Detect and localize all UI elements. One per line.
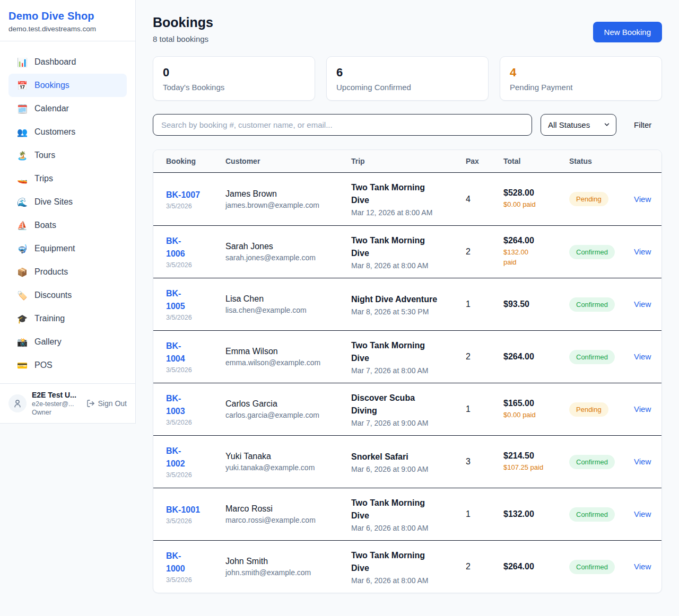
booking-id-link[interactable]: BK- 1005 bbox=[166, 287, 225, 313]
booking-id-link[interactable]: BK-1001 bbox=[166, 504, 225, 516]
nav-item-icon: ⛵ bbox=[17, 221, 28, 231]
trip-name: Two Tank Morning Dive bbox=[351, 339, 466, 365]
table-row: BK-1007 3/5/2026 James Brown james.brown… bbox=[153, 173, 661, 225]
table-body: BK-1007 3/5/2026 James Brown james.brown… bbox=[153, 173, 661, 593]
sidebar-item-dive-sites[interactable]: 🌊 Dive Sites bbox=[8, 190, 127, 214]
booking-date: 3/5/2026 bbox=[166, 517, 225, 525]
booking-cell: BK- 1004 3/5/2026 bbox=[166, 340, 225, 374]
nav-item-icon: 📊 bbox=[17, 57, 28, 67]
page-header: Bookings 8 total bookings New Booking bbox=[153, 15, 662, 43]
nav-item-icon: 🚤 bbox=[17, 174, 28, 184]
nav-item-label: Gallery bbox=[34, 337, 62, 347]
actions-cell: View bbox=[634, 509, 651, 519]
status-cell: Confirmed bbox=[569, 245, 634, 259]
bookings-table: Booking Customer Trip Pax Total Status B… bbox=[153, 149, 662, 593]
paid-amount: $132.00 paid bbox=[503, 248, 569, 268]
column-header-pax: Pax bbox=[466, 157, 503, 165]
trip-date: Mar 6, 2026 at 9:00 AM bbox=[351, 465, 466, 473]
nav-item-label: Dive Sites bbox=[34, 197, 73, 207]
new-booking-button[interactable]: New Booking bbox=[593, 22, 662, 42]
status-filter-select[interactable]: All Statuses bbox=[541, 114, 616, 136]
column-header-booking: Booking bbox=[166, 157, 225, 165]
sidebar-item-trips[interactable]: 🚤 Trips bbox=[8, 167, 127, 190]
view-link[interactable]: View bbox=[634, 457, 651, 466]
nav-item-icon: 📦 bbox=[17, 267, 28, 277]
nav-item-icon: 🏝️ bbox=[17, 151, 28, 161]
total-cell: $264.00 bbox=[503, 562, 569, 571]
filter-row: All Statuses Filter bbox=[153, 114, 662, 136]
total-cell: $264.00 $132.00 paid bbox=[503, 236, 569, 268]
booking-id-link[interactable]: BK- 1003 bbox=[166, 392, 225, 418]
pax-cell: 3 bbox=[466, 457, 503, 467]
sidebar-item-customers[interactable]: 👥 Customers bbox=[8, 120, 127, 144]
trip-name: Two Tank Morning Dive bbox=[351, 549, 466, 575]
search-input[interactable] bbox=[153, 114, 532, 136]
customer-cell: John Smith john.smith@example.com bbox=[225, 557, 351, 577]
trip-date: Mar 8, 2026 at 5:30 PM bbox=[351, 307, 466, 316]
total-amount: $165.00 bbox=[503, 399, 569, 408]
column-header-total: Total bbox=[503, 157, 569, 165]
paid-amount: $0.00 paid bbox=[503, 200, 569, 210]
total-cell: $132.00 bbox=[503, 509, 569, 519]
table-row: BK- 1003 3/5/2026 Carlos Garcia carlos.g… bbox=[153, 383, 661, 435]
nav-item-icon: 📅 bbox=[17, 81, 28, 91]
nav-item-label: Tours bbox=[34, 151, 55, 160]
booking-id-link[interactable]: BK- 1000 bbox=[166, 550, 225, 575]
total-amount: $264.00 bbox=[503, 236, 569, 245]
view-link[interactable]: View bbox=[634, 404, 651, 413]
view-link[interactable]: View bbox=[634, 352, 651, 361]
view-link[interactable]: View bbox=[634, 562, 651, 571]
nav-item-label: Products bbox=[34, 267, 68, 277]
sidebar-item-pos[interactable]: 💳 POS bbox=[8, 354, 127, 377]
customer-name: John Smith bbox=[225, 557, 351, 566]
view-link[interactable]: View bbox=[634, 195, 651, 204]
column-header-trip: Trip bbox=[351, 157, 466, 165]
table-row: BK- 1000 3/5/2026 John Smith john.smith@… bbox=[153, 540, 661, 593]
booking-id-link[interactable]: BK- 1006 bbox=[166, 235, 225, 260]
sidebar-item-products[interactable]: 📦 Products bbox=[8, 260, 127, 284]
trip-cell: Two Tank Morning Dive Mar 7, 2026 at 8:0… bbox=[351, 339, 466, 375]
nav-item-label: Trips bbox=[34, 174, 53, 183]
actions-cell: View bbox=[634, 247, 651, 257]
booking-date: 3/5/2026 bbox=[166, 419, 225, 426]
sidebar-item-tours[interactable]: 🏝️ Tours bbox=[8, 144, 127, 167]
booking-date: 3/5/2026 bbox=[166, 471, 225, 479]
booking-cell: BK-1001 3/5/2026 bbox=[166, 504, 225, 525]
sign-out-button[interactable]: Sign Out bbox=[86, 399, 127, 408]
sidebar-item-gallery[interactable]: 📸 Gallery bbox=[8, 330, 127, 354]
stat-card: 4 Pending Payment bbox=[500, 56, 662, 101]
nav-item-label: Bookings bbox=[34, 81, 69, 90]
trip-cell: Two Tank Morning Dive Mar 6, 2026 at 8:0… bbox=[351, 497, 466, 532]
total-cell: $93.50 bbox=[503, 300, 569, 309]
view-link[interactable]: View bbox=[634, 509, 651, 518]
status-cell: Confirmed bbox=[569, 297, 634, 312]
view-link[interactable]: View bbox=[634, 247, 651, 256]
booking-id-link[interactable]: BK-1007 bbox=[166, 189, 225, 201]
table-row: BK- 1005 3/5/2026 Lisa Chen lisa.chen@ex… bbox=[153, 278, 661, 330]
sidebar-item-calendar[interactable]: 🗓️ Calendar bbox=[8, 97, 127, 120]
table-header-row: Booking Customer Trip Pax Total Status bbox=[153, 150, 661, 173]
booking-date: 3/5/2026 bbox=[166, 203, 225, 210]
total-amount: $528.00 bbox=[503, 188, 569, 198]
sidebar-item-boats[interactable]: ⛵ Boats bbox=[8, 214, 127, 237]
sidebar-item-training[interactable]: 🎓 Training bbox=[8, 307, 127, 330]
status-badge: Pending bbox=[569, 402, 608, 417]
sidebar-item-dashboard[interactable]: 📊 Dashboard bbox=[8, 50, 127, 74]
sidebar-item-equipment[interactable]: 🤿 Equipment bbox=[8, 237, 127, 260]
booking-id-link[interactable]: BK- 1002 bbox=[166, 445, 225, 470]
trip-date: Mar 8, 2026 at 8:00 AM bbox=[351, 261, 466, 270]
nav-item-label: Discounts bbox=[34, 291, 72, 300]
booking-cell: BK- 1006 3/5/2026 bbox=[166, 235, 225, 269]
page-subtitle: 8 total bookings bbox=[153, 34, 213, 43]
sidebar-item-discounts[interactable]: 🏷️ Discounts bbox=[8, 284, 127, 307]
sidebar-item-bookings[interactable]: 📅 Bookings bbox=[8, 74, 127, 97]
total-amount: $132.00 bbox=[503, 509, 569, 519]
booking-id-link[interactable]: BK- 1004 bbox=[166, 340, 225, 365]
filter-button[interactable]: Filter bbox=[634, 120, 651, 129]
nav-item-icon: 🤿 bbox=[17, 244, 28, 254]
person-icon bbox=[13, 399, 22, 408]
status-badge: Confirmed bbox=[569, 350, 615, 364]
view-link[interactable]: View bbox=[634, 300, 651, 309]
customer-email: james.brown@example.com bbox=[225, 201, 351, 209]
customer-cell: James Brown james.brown@example.com bbox=[225, 189, 351, 209]
